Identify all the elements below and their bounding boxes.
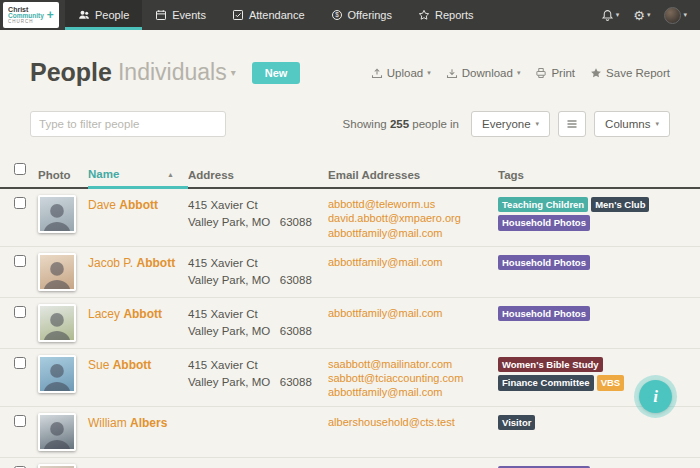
- person-photo[interactable]: [38, 253, 76, 291]
- email-link[interactable]: abbottfamily@mail.com: [328, 385, 490, 399]
- person-photo[interactable]: [38, 355, 76, 393]
- address-line1: 415 Xavier Ct: [188, 357, 320, 374]
- email-link[interactable]: abbottfamily@mail.com: [328, 306, 490, 320]
- person-name-link[interactable]: Jacob P. Abbott: [88, 256, 175, 272]
- caret-down-icon: ▾: [655, 120, 659, 128]
- caret-down-icon: ▾: [427, 69, 431, 77]
- user-avatar: [664, 7, 681, 24]
- scope-dropdown[interactable]: Everyone ▾: [471, 111, 550, 137]
- nav-events[interactable]: Events: [142, 0, 219, 30]
- select-all-checkbox[interactable]: [14, 163, 26, 175]
- table-row[interactable]: Dave Abbott 415 Xavier Ct Valley Park, M…: [0, 189, 700, 247]
- tag-pill[interactable]: Finance Committee: [498, 375, 594, 390]
- tag-pill[interactable]: VBS: [597, 375, 625, 390]
- save-report-button[interactable]: Save Report: [590, 67, 670, 79]
- column-header-email[interactable]: Email Addresses: [328, 169, 498, 187]
- email-link[interactable]: abbottfamily@mail.com: [328, 226, 490, 240]
- nav-attendance[interactable]: Attendance: [219, 0, 318, 30]
- first-name: Sue: [88, 358, 109, 372]
- person-name-link[interactable]: Lacey Abbott: [88, 307, 162, 323]
- row-checkbox[interactable]: [14, 415, 26, 427]
- tag-list: Household Photos: [498, 255, 696, 270]
- showing-prefix: Showing: [343, 118, 387, 130]
- nav-people[interactable]: People: [65, 0, 142, 30]
- view-selector[interactable]: Individuals ▾: [112, 59, 236, 86]
- tag-pill[interactable]: Women's Bible Study: [498, 357, 603, 372]
- address-line2: Valley Park, MO 63088: [188, 272, 320, 289]
- account-menu[interactable]: ▾: [659, 0, 692, 30]
- caret-down-icon: ▾: [231, 67, 236, 78]
- address-line1: 415 Xavier Ct: [188, 306, 320, 323]
- email-list: saabbott@mailinator.comsabbott@tciaccoun…: [328, 357, 498, 400]
- info-button[interactable]: i: [639, 380, 672, 413]
- tag-pill[interactable]: Household Photos: [498, 215, 590, 230]
- download-button[interactable]: Download ▾: [446, 67, 521, 79]
- column-header-photo[interactable]: Photo: [38, 169, 88, 187]
- page-header: People Individuals ▾ New Upload ▾ Downlo…: [0, 58, 700, 87]
- last-name: Abbott: [119, 198, 158, 212]
- person-photo[interactable]: [38, 464, 76, 468]
- settings-button[interactable]: ⚙ ▾: [628, 0, 655, 30]
- save-report-label: Save Report: [606, 67, 670, 79]
- table-row[interactable]: Lacey Abbott 415 Xavier Ct Valley Park, …: [0, 298, 700, 349]
- column-header-name[interactable]: Name ▲: [88, 168, 188, 189]
- person-name-link[interactable]: William Albers: [88, 416, 167, 432]
- email-link[interactable]: abbottfamily@mail.com: [328, 255, 490, 269]
- person-name-link[interactable]: Dave Abbott: [88, 198, 158, 214]
- table-row[interactable]: William Albers albershousehold@cts.test …: [0, 407, 700, 458]
- nav-right-controls: ▾ ⚙ ▾ ▾: [596, 0, 700, 30]
- column-header-address[interactable]: Address: [188, 169, 328, 187]
- logo-line3: CHURCH: [8, 20, 44, 25]
- toolbar-actions: Upload ▾ Download ▾ Print Save Report: [371, 67, 670, 79]
- email-link[interactable]: albershousehold@cts.test: [328, 415, 490, 429]
- table-header-row: Photo Name ▲ Address Email Addresses Tag…: [0, 163, 700, 189]
- last-name: Abbott: [113, 358, 152, 372]
- tag-pill[interactable]: Men's Club: [591, 197, 649, 212]
- columns-dropdown[interactable]: Columns ▾: [594, 111, 670, 137]
- address-line1: 415 Xavier Ct: [188, 197, 320, 214]
- notifications-button[interactable]: ▾: [596, 0, 625, 30]
- checkbox-icon: [232, 9, 244, 21]
- caret-down-icon: ▾: [536, 120, 540, 128]
- info-icon: i: [653, 387, 658, 407]
- row-checkbox[interactable]: [14, 306, 26, 318]
- print-label: Print: [551, 67, 575, 79]
- address-line2: Valley Park, MO 63088: [188, 214, 320, 231]
- table-row[interactable]: Jacob P. Abbott 415 Xavier Ct Valley Par…: [0, 247, 700, 298]
- email-link[interactable]: david.abbott@xmpaero.org: [328, 211, 490, 225]
- showing-count-text: Showing 255 people in: [343, 118, 459, 130]
- column-header-tags[interactable]: Tags: [498, 169, 696, 187]
- upload-button[interactable]: Upload ▾: [371, 67, 431, 79]
- main-content: People Individuals ▾ New Upload ▾ Downlo…: [0, 58, 700, 468]
- list-view-button[interactable]: [558, 111, 586, 137]
- church-logo[interactable]: Christ Community CHURCH +: [3, 2, 59, 28]
- calendar-icon: [155, 9, 167, 21]
- person-name-link[interactable]: Sue Abbott: [88, 358, 151, 374]
- person-photo[interactable]: [38, 195, 76, 233]
- email-link[interactable]: sabbott@tciaccounting.com: [328, 371, 490, 385]
- nav-reports-label: Reports: [435, 9, 474, 21]
- filter-input[interactable]: [30, 111, 226, 137]
- first-name: William: [88, 416, 127, 430]
- person-photo[interactable]: [38, 304, 76, 342]
- tag-pill[interactable]: Visitor: [498, 415, 535, 430]
- tag-pill[interactable]: Household Photos: [498, 306, 590, 321]
- filter-bar: Showing 255 people in Everyone ▾ Columns…: [0, 111, 700, 137]
- row-checkbox[interactable]: [14, 197, 26, 209]
- tag-pill[interactable]: Teaching Children: [498, 197, 588, 212]
- email-link[interactable]: saabbott@mailinator.com: [328, 357, 490, 371]
- tag-pill[interactable]: Household Photos: [498, 255, 590, 270]
- nav-reports[interactable]: Reports: [405, 0, 487, 30]
- new-button[interactable]: New: [252, 62, 301, 84]
- people-table: Photo Name ▲ Address Email Addresses Tag…: [0, 163, 700, 468]
- print-button[interactable]: Print: [535, 67, 575, 79]
- email-link[interactable]: abbottd@teleworm.us: [328, 197, 490, 211]
- upload-icon: [371, 67, 383, 79]
- table-row[interactable]: Allie Baxter 4223 Farm Meadow Drive Bake…: [0, 458, 700, 468]
- nav-offerings[interactable]: $ Offerings: [318, 0, 405, 30]
- table-row[interactable]: Sue Abbott 415 Xavier Ct Valley Park, MO…: [0, 349, 700, 407]
- nav-people-label: People: [95, 9, 129, 21]
- row-checkbox[interactable]: [14, 357, 26, 369]
- person-photo[interactable]: [38, 413, 76, 451]
- row-checkbox[interactable]: [14, 255, 26, 267]
